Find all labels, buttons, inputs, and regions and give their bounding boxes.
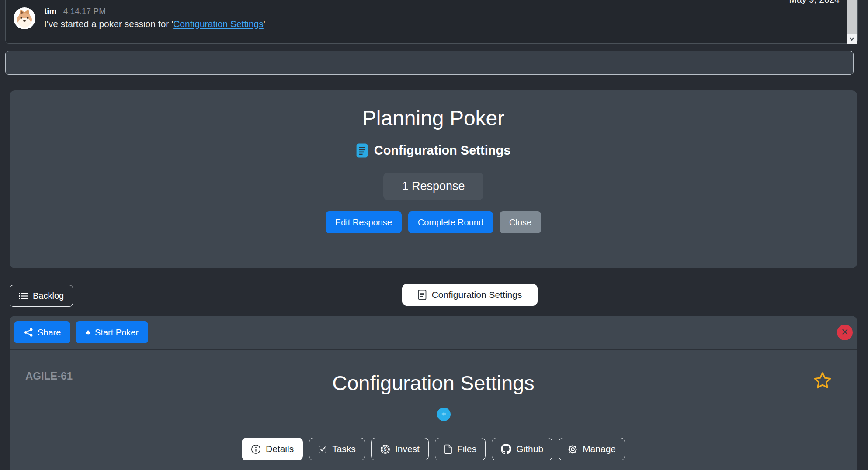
active-story-tab-label: Configuration Settings <box>432 290 522 300</box>
start-poker-label: Start Poker <box>95 328 139 338</box>
poker-title: Planning Poker <box>10 106 857 130</box>
chat-message-meta: tim 4:14:17 PM <box>44 7 106 16</box>
message-input[interactable] <box>5 51 854 75</box>
info-circle-icon <box>251 444 261 454</box>
check-square-icon <box>318 445 327 454</box>
story-link[interactable]: Configuration Settings <box>173 19 264 29</box>
tab-details[interactable]: Details <box>242 438 303 460</box>
share-label: Share <box>38 328 61 338</box>
backlog-label: Backlog <box>33 291 64 301</box>
dog-avatar-icon <box>14 7 35 29</box>
favorite-star-button[interactable] <box>812 371 833 391</box>
svg-text:$: $ <box>384 447 386 452</box>
tab-files[interactable]: Files <box>435 438 486 460</box>
close-poker-button[interactable]: Close <box>500 211 541 233</box>
backlog-button[interactable]: Backlog <box>10 285 73 307</box>
github-icon <box>501 444 511 454</box>
tab-manage-label: Manage <box>583 444 616 454</box>
start-poker-button[interactable]: ♠ Start Poker <box>76 321 148 343</box>
chat-date-header: May 9, 2024 <box>789 0 840 5</box>
chat-text-before: I've started a poker session for ' <box>44 19 173 29</box>
story-title: Configuration Settings <box>10 371 857 395</box>
poker-story-row: Configuration Settings <box>10 143 857 158</box>
dollar-circle-icon: $ <box>380 444 390 454</box>
poker-story-title: Configuration Settings <box>374 143 511 158</box>
tab-manage[interactable]: Manage <box>559 438 625 460</box>
chat-panel: May 9, 2024 tim 4:14:17 PM I've started … <box>5 0 858 44</box>
planning-poker-panel: Planning Poker Configuration Settings 1 … <box>10 90 857 268</box>
chevron-down-icon <box>848 36 855 41</box>
spade-icon: ♠ <box>85 328 90 337</box>
share-button[interactable]: Share <box>14 321 70 343</box>
add-button[interactable]: + <box>437 408 451 421</box>
tab-tasks[interactable]: Tasks <box>309 438 365 460</box>
story-tabs: Details Tasks $ Invest Files <box>10 438 857 460</box>
avatar <box>14 7 35 29</box>
tab-details-label: Details <box>266 444 294 454</box>
chat-author: tim <box>44 7 57 16</box>
chat-timestamp: 4:14:17 PM <box>63 7 106 16</box>
star-icon <box>812 371 833 391</box>
list-icon <box>19 292 28 300</box>
gear-icon <box>568 444 578 454</box>
response-count-button[interactable]: 1 Response <box>383 173 483 200</box>
story-toolbar: Share ♠ Start Poker × <box>10 316 857 350</box>
chat-scrollbar-down-button[interactable] <box>847 34 857 44</box>
tab-github-label: Github <box>516 444 543 454</box>
chat-scrollbar-thumb[interactable] <box>847 0 857 34</box>
tab-invest[interactable]: $ Invest <box>371 438 429 460</box>
journal-text-icon <box>356 143 368 158</box>
tab-invest-label: Invest <box>395 444 420 454</box>
chat-text-after: ' <box>264 19 265 29</box>
share-icon <box>24 328 33 337</box>
story-panel: Share ♠ Start Poker × AGILE-61 Configura… <box>10 316 857 470</box>
complete-round-button[interactable]: Complete Round <box>408 211 493 233</box>
edit-response-button[interactable]: Edit Response <box>326 211 402 233</box>
plus-icon: + <box>441 409 447 419</box>
tab-github[interactable]: Github <box>492 438 552 460</box>
tab-files-label: Files <box>457 444 476 454</box>
file-icon <box>444 444 452 454</box>
journal-text-icon <box>418 290 427 300</box>
chat-message-text: I've started a poker session for 'Config… <box>44 19 265 29</box>
close-story-button[interactable]: × <box>837 325 853 340</box>
active-story-tab[interactable]: Configuration Settings <box>402 284 538 306</box>
x-icon: × <box>841 326 848 338</box>
tab-tasks-label: Tasks <box>332 444 356 454</box>
poker-actions: Edit Response Complete Round Close <box>10 211 857 233</box>
